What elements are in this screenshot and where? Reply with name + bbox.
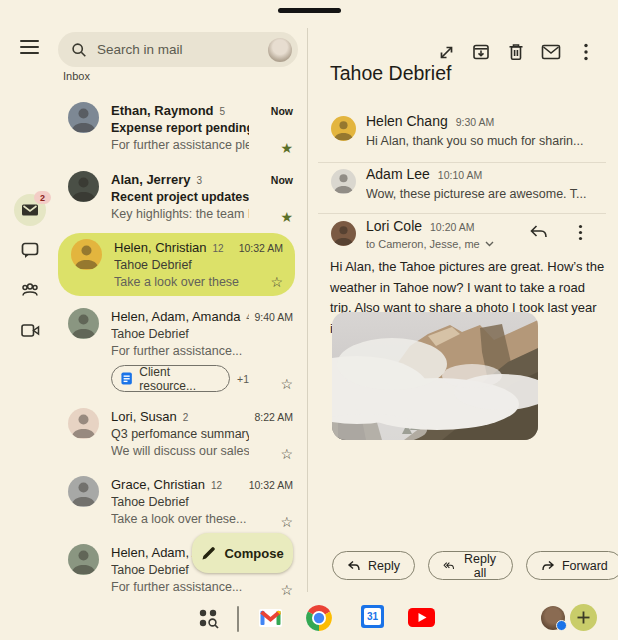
- email-snippet: Take a look over these...: [111, 511, 249, 528]
- message-collapsed[interactable]: Adam Lee10:10 AM Wow, these picturese ar…: [331, 166, 604, 201]
- sender-avatar: [68, 102, 99, 133]
- email-snippet: Take a look over these...: [114, 274, 239, 291]
- message-sender: Helen Chang: [366, 113, 448, 129]
- email-subject: Recent project updates: [111, 189, 249, 206]
- reply-button[interactable]: Reply: [332, 551, 415, 580]
- rail-meet-button[interactable]: [14, 314, 46, 346]
- forward-button[interactable]: Forward: [526, 551, 618, 580]
- attachment-extra-count: +1: [237, 373, 249, 385]
- email-sender: Lori, Susan: [111, 409, 177, 424]
- thread-actions: Reply Reply all Forward: [332, 551, 618, 580]
- star-icon[interactable]: ★: [280, 141, 293, 155]
- message-expanded: Lori Cole10:20 AM to Cameron, Jesse, me: [331, 218, 604, 250]
- email-list-item[interactable]: Alan, Jerrery3 Recent project updates Ke…: [55, 165, 305, 231]
- email-count: 3: [197, 175, 203, 186]
- email-count: 12: [211, 480, 222, 491]
- sender-avatar: [68, 544, 99, 575]
- mark-unread-icon[interactable]: [541, 42, 561, 62]
- inbox-section-label: Inbox: [63, 70, 90, 82]
- email-time: 10:32 AM: [239, 242, 283, 254]
- email-snippet: For further assistance...: [111, 579, 249, 596]
- rail-chat-button[interactable]: [14, 234, 46, 266]
- people-icon: [20, 282, 40, 298]
- delete-icon[interactable]: [506, 42, 526, 62]
- app-search-icon[interactable]: [198, 606, 220, 632]
- email-time: Now: [271, 105, 293, 117]
- message-separator: [318, 162, 606, 163]
- star-icon[interactable]: ☆: [280, 377, 293, 391]
- expand-icon[interactable]: [436, 42, 456, 62]
- sender-avatar: [68, 308, 99, 339]
- email-sender: Helen, Adam, Amanda: [111, 309, 240, 324]
- gmail-app-icon[interactable]: [259, 609, 282, 627]
- email-snippet: For further assistance...: [111, 343, 249, 360]
- taskbar: 31: [0, 598, 618, 640]
- reply-icon: [347, 560, 361, 572]
- chat-status-badge: [556, 620, 567, 631]
- message-time: 9:30 AM: [456, 116, 495, 128]
- message-time: 10:20 AM: [430, 221, 474, 233]
- email-sender: Helen, Christian: [114, 240, 207, 255]
- forward-icon: [541, 560, 555, 572]
- pane-divider: [307, 28, 308, 592]
- yosemite-photo[interactable]: [332, 312, 538, 440]
- thread-toolbar: [436, 42, 596, 62]
- plus-button[interactable]: [570, 604, 597, 631]
- search-icon: [71, 42, 87, 58]
- email-list-item[interactable]: Helen, Adam, Amanda4 Tahoe Debrief For f…: [55, 302, 305, 398]
- reply-all-button[interactable]: Reply all: [428, 551, 513, 580]
- more-options-icon[interactable]: [576, 42, 596, 62]
- email-snippet: We will discuss our sales...: [111, 443, 249, 460]
- email-subject: Q3 perfomance summary: [111, 426, 249, 443]
- email-subject: Expense report pending: [111, 120, 249, 137]
- email-list-item[interactable]: Grace, Christian12 Tahoe Debrief Take a …: [55, 470, 305, 536]
- email-list-item[interactable]: Lori, Susan2 Q3 perfomance summary We wi…: [55, 402, 305, 468]
- pencil-icon: [201, 546, 216, 561]
- message-avatar: [331, 116, 356, 141]
- calendar-app-icon[interactable]: 31: [361, 605, 384, 628]
- youtube-app-icon[interactable]: [408, 608, 435, 627]
- email-sender: Grace, Christian: [111, 477, 205, 492]
- star-icon[interactable]: ☆: [280, 515, 293, 529]
- sender-avatar: [68, 408, 99, 439]
- star-icon[interactable]: ★: [280, 210, 293, 224]
- thread-title: Tahoe Debrief: [330, 62, 451, 85]
- compose-button[interactable]: Compose: [192, 533, 293, 573]
- compose-label: Compose: [224, 546, 283, 561]
- email-subject: Tahoe Debrief: [114, 257, 239, 274]
- taskbar-avatar[interactable]: [541, 606, 565, 630]
- email-list-item[interactable]: Ethan, Raymond5 Expense report pending F…: [55, 96, 305, 162]
- reply-icon[interactable]: [528, 222, 548, 242]
- account-avatar[interactable]: [268, 38, 292, 62]
- email-list-item[interactable]: Helen, Christian12 Tahoe Debrief Take a …: [58, 233, 295, 296]
- email-sender: Alan, Jerrery: [111, 172, 191, 187]
- hinge-indicator: [278, 8, 341, 13]
- star-icon[interactable]: ☆: [270, 275, 283, 289]
- email-count: 4: [246, 312, 249, 323]
- email-subject: Tahoe Debrief: [111, 494, 249, 511]
- archive-icon[interactable]: [471, 42, 491, 62]
- menu-icon[interactable]: [20, 40, 39, 54]
- attachment-chip-label: Client resource...: [139, 365, 218, 393]
- more-options-icon[interactable]: [570, 222, 590, 242]
- chrome-app-icon[interactable]: [305, 604, 333, 632]
- message-avatar: [331, 169, 356, 194]
- sender-avatar: [68, 171, 99, 202]
- message-sender: Lori Cole: [366, 218, 422, 234]
- email-count: 5: [220, 106, 226, 117]
- attachment-chip[interactable]: Client resource...: [111, 365, 230, 392]
- search-bar[interactable]: Search in mail: [58, 32, 298, 67]
- message-avatar: [331, 221, 356, 246]
- email-time: 10:32 AM: [249, 479, 293, 491]
- star-icon[interactable]: ☆: [280, 583, 293, 597]
- rail-mail-button[interactable]: 2: [14, 194, 46, 226]
- rail-spaces-button[interactable]: [14, 274, 46, 306]
- chevron-down-icon: [485, 241, 494, 247]
- document-icon: [121, 371, 132, 386]
- gmail-app-window: 2 Search in mail Inbox: [0, 0, 618, 640]
- email-time: Now: [271, 174, 293, 186]
- message-collapsed[interactable]: Helen Chang9:30 AM Hi Alan, thank you so…: [331, 113, 604, 148]
- search-placeholder: Search in mail: [97, 42, 268, 57]
- star-icon[interactable]: ☆: [280, 447, 293, 461]
- message-snippet: Hi Alan, thank you so much for sharin...: [366, 134, 604, 148]
